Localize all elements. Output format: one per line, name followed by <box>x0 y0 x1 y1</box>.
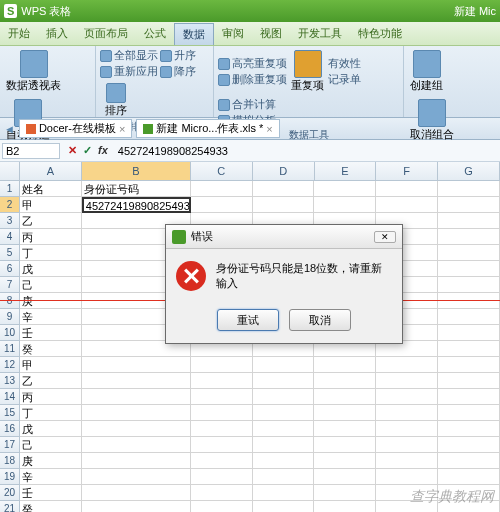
cell[interactable] <box>376 453 438 469</box>
col-header-f[interactable]: F <box>376 162 438 180</box>
cell[interactable] <box>376 421 438 437</box>
cell[interactable] <box>82 469 191 485</box>
col-header-e[interactable]: E <box>315 162 377 180</box>
cell[interactable] <box>314 485 376 501</box>
cell[interactable] <box>438 421 500 437</box>
cell[interactable] <box>314 405 376 421</box>
cell[interactable]: 己 <box>20 437 82 453</box>
cell[interactable]: 身份证号码 <box>82 181 191 197</box>
asc-button[interactable]: 升序 <box>160 48 196 63</box>
cell[interactable] <box>253 453 315 469</box>
cell[interactable]: 姓名 <box>20 181 82 197</box>
row-header[interactable]: 2 <box>0 197 20 213</box>
cell[interactable] <box>191 453 253 469</box>
form-button[interactable]: 记录单 <box>328 72 361 87</box>
cell[interactable] <box>314 197 376 213</box>
row-header[interactable]: 10 <box>0 325 20 341</box>
cell[interactable] <box>438 293 500 309</box>
row-header[interactable]: 20 <box>0 485 20 501</box>
cell[interactable]: 丁 <box>20 245 82 261</box>
cell[interactable] <box>376 373 438 389</box>
cell[interactable] <box>438 469 500 485</box>
cell[interactable] <box>438 181 500 197</box>
cell[interactable]: 壬 <box>20 485 82 501</box>
formula-input[interactable]: 452724198908254933 <box>114 144 500 158</box>
cell[interactable] <box>82 485 191 501</box>
dialog-close-icon[interactable]: ✕ <box>374 231 396 243</box>
cell[interactable] <box>253 357 315 373</box>
reapply-button[interactable]: 重新应用 <box>100 64 158 79</box>
cell[interactable]: 甲 <box>20 357 82 373</box>
row-header[interactable]: 19 <box>0 469 20 485</box>
cell[interactable]: 壬 <box>20 325 82 341</box>
close-icon[interactable]: × <box>119 123 125 135</box>
menu-tab-6[interactable]: 视图 <box>252 23 290 44</box>
cell[interactable] <box>438 261 500 277</box>
menu-tab-7[interactable]: 开发工具 <box>290 23 350 44</box>
cell[interactable]: 癸 <box>20 341 82 357</box>
cell[interactable] <box>191 421 253 437</box>
cell[interactable] <box>191 469 253 485</box>
row-header[interactable]: 21 <box>0 501 20 512</box>
col-header-d[interactable]: D <box>253 162 315 180</box>
menu-tab-4[interactable]: 数据 <box>174 23 214 45</box>
col-header-g[interactable]: G <box>438 162 500 180</box>
enter-icon[interactable]: ✓ <box>83 144 92 157</box>
cell[interactable] <box>376 197 438 213</box>
validation-button[interactable]: 有效性 <box>328 56 361 71</box>
row-header[interactable]: 8 <box>0 293 20 309</box>
cell[interactable]: 戊 <box>20 421 82 437</box>
cell[interactable] <box>253 501 315 512</box>
cell[interactable]: 452724198908254933 <box>82 197 191 213</box>
cell[interactable]: 丁 <box>20 405 82 421</box>
showall-button[interactable]: 全部显示 <box>100 48 158 63</box>
cell[interactable] <box>191 405 253 421</box>
row-header[interactable]: 18 <box>0 453 20 469</box>
cancel-button[interactable]: 取消 <box>289 309 351 331</box>
menu-tab-3[interactable]: 公式 <box>136 23 174 44</box>
col-header-c[interactable]: C <box>191 162 253 180</box>
cell[interactable] <box>314 469 376 485</box>
menu-tab-8[interactable]: 特色功能 <box>350 23 410 44</box>
row-header[interactable]: 17 <box>0 437 20 453</box>
row-header[interactable]: 13 <box>0 373 20 389</box>
retry-button[interactable]: 重试 <box>217 309 279 331</box>
group-button[interactable]: 创建组 <box>408 48 445 95</box>
cell[interactable] <box>191 373 253 389</box>
select-all-corner[interactable] <box>0 162 20 180</box>
row-header[interactable]: 1 <box>0 181 20 197</box>
cell[interactable] <box>82 501 191 512</box>
cell[interactable] <box>82 373 191 389</box>
duplicates-button[interactable]: 重复项 <box>289 48 326 95</box>
cell[interactable] <box>314 453 376 469</box>
ungroup-button[interactable]: 取消组合 <box>408 97 456 144</box>
row-header[interactable]: 9 <box>0 309 20 325</box>
cell[interactable] <box>314 389 376 405</box>
cell[interactable] <box>376 469 438 485</box>
cell[interactable] <box>438 453 500 469</box>
cell[interactable] <box>82 389 191 405</box>
cell[interactable] <box>191 357 253 373</box>
cell[interactable] <box>438 389 500 405</box>
desc-button[interactable]: 降序 <box>160 64 196 79</box>
cell[interactable]: 己 <box>20 277 82 293</box>
cell[interactable]: 丙 <box>20 389 82 405</box>
cell[interactable] <box>438 197 500 213</box>
cell[interactable] <box>438 213 500 229</box>
cell[interactable] <box>191 501 253 512</box>
row-header[interactable]: 11 <box>0 341 20 357</box>
row-header[interactable]: 5 <box>0 245 20 261</box>
cell[interactable]: 乙 <box>20 213 82 229</box>
consolidate-button[interactable]: 合并计算 <box>218 97 276 112</box>
row-header[interactable]: 16 <box>0 421 20 437</box>
cell[interactable] <box>438 309 500 325</box>
cell[interactable] <box>314 437 376 453</box>
cell[interactable]: 庚 <box>20 293 82 309</box>
row-header[interactable]: 4 <box>0 229 20 245</box>
cell[interactable] <box>253 181 315 197</box>
cell[interactable] <box>438 325 500 341</box>
cell[interactable] <box>438 341 500 357</box>
cell[interactable] <box>253 485 315 501</box>
cell[interactable] <box>438 229 500 245</box>
cell[interactable] <box>314 421 376 437</box>
